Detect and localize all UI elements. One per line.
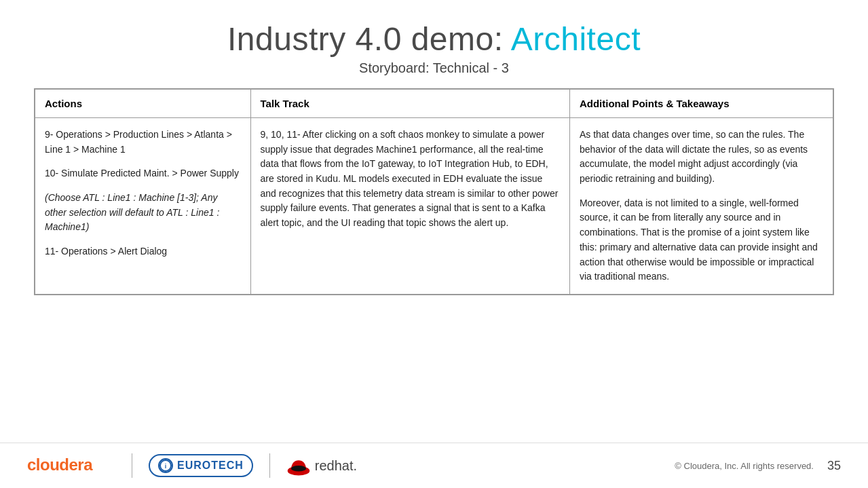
title-accent: Architect (511, 21, 641, 57)
actions-content: 9- Operations > Production Lines > Atlan… (45, 128, 241, 259)
cloudera-logo-svg: cloudera (27, 453, 115, 474)
svg-point-4 (291, 466, 306, 472)
action-item-3: (Choose ATL : Line1 : Machine [1-3]; Any… (45, 191, 241, 235)
cell-actions: 9- Operations > Production Lines > Atlan… (35, 118, 251, 295)
logo-divider-2 (269, 453, 270, 478)
svg-text:cloudera: cloudera (27, 455, 93, 474)
col-header-actions: Actions (35, 90, 251, 118)
page-title: Industry 4.0 demo: Architect (227, 20, 641, 58)
main-table-wrapper: Actions Talk Track Additional Points & T… (34, 88, 834, 295)
page-number: 35 (827, 459, 841, 473)
eurotech-icon: i (158, 458, 173, 473)
action-item-1: 9- Operations > Production Lines > Atlan… (45, 128, 241, 157)
eurotech-icon-svg: i (159, 459, 172, 472)
talk-content: 9, 10, 11- After clicking on a soft chao… (261, 128, 560, 231)
points-paragraph-1: As that data changes over time, so can t… (580, 128, 823, 187)
action-item-4: 11- Operations > Alert Dialog (45, 244, 241, 259)
action-item-2: 10- Simulate Predicted Maint. > Power Su… (45, 166, 241, 181)
storyboard-table: Actions Talk Track Additional Points & T… (35, 89, 833, 295)
table-header-row: Actions Talk Track Additional Points & T… (35, 90, 833, 118)
cell-talk: 9, 10, 11- After clicking on a soft chao… (250, 118, 569, 295)
redhat-icon-svg (286, 453, 311, 478)
points-content: As that data changes over time, so can t… (580, 128, 823, 284)
title-block: Industry 4.0 demo: Architect Storyboard:… (227, 20, 641, 76)
copyright-text: © Cloudera, Inc. All rights reserved. (675, 461, 814, 471)
footer-right: © Cloudera, Inc. All rights reserved. 35 (675, 459, 841, 473)
col-header-talk: Talk Track (250, 90, 569, 118)
cloudera-logo: cloudera (27, 453, 115, 478)
eurotech-label: EUROTECH (177, 459, 244, 472)
eurotech-logo: i EUROTECH (149, 454, 253, 477)
logo-divider (132, 453, 132, 478)
footer: cloudera i EUROTECH redhat. (0, 443, 868, 488)
title-prefix: Industry 4.0 demo: (227, 21, 511, 57)
talk-paragraph-1: 9, 10, 11- After clicking on a soft chao… (261, 128, 560, 231)
page-subtitle: Storyboard: Technical - 3 (227, 60, 641, 76)
footer-logos: cloudera i EUROTECH redhat. (27, 453, 357, 478)
table-row: 9- Operations > Production Lines > Atlan… (35, 118, 833, 295)
col-header-points: Additional Points & Takeaways (569, 90, 833, 118)
redhat-logo: redhat. (286, 453, 357, 478)
cell-points: As that data changes over time, so can t… (569, 118, 833, 295)
points-paragraph-2: Moreover, data is not limited to a singl… (580, 196, 823, 284)
redhat-label: redhat. (315, 458, 357, 474)
svg-text:i: i (165, 463, 167, 470)
main-content: Industry 4.0 demo: Architect Storyboard:… (0, 0, 868, 443)
